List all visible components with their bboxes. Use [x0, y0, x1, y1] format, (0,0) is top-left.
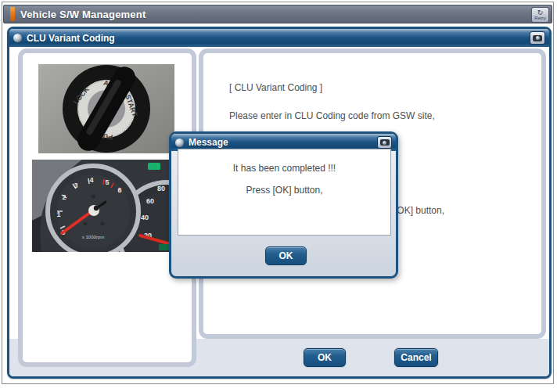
camera-icon: [533, 35, 542, 41]
instruction-obscured-fragment: [OK] button,: [394, 205, 444, 216]
ignition-key-photo: LOCK ACC START PUSH: [38, 64, 174, 153]
tach-2: 2: [62, 193, 66, 201]
clu-variant-coding-window: CLU Variant Coding OK Cancel: [7, 27, 552, 379]
screen: Vehicle S/W Management ↻ Retry CLU Varia…: [0, 0, 557, 392]
retry-button[interactable]: ↻ Retry: [531, 7, 549, 23]
tach-unit: x 1000rpm: [82, 235, 104, 239]
message-dialog-title: Message: [189, 137, 372, 148]
app-title-bar: Vehicle S/W Management ↻ Retry: [3, 5, 552, 23]
footer-ok-button[interactable]: OK: [304, 348, 346, 367]
green-indicator: [148, 163, 160, 170]
instrument-cluster-photo: 20 40 60 80 100: [32, 160, 181, 252]
dialog-ok-button[interactable]: OK: [265, 246, 307, 265]
speedo-60: 60: [146, 197, 154, 205]
clu-window-titlebar: CLU Variant Coding: [9, 29, 549, 47]
message-dialog-body: It has been completed !!! Press [OK] but…: [178, 149, 391, 236]
message-dialog: Message It has been completed !!! Press …: [169, 131, 398, 279]
window-sphere-icon: [13, 34, 22, 42]
tach-1: 1: [56, 210, 60, 218]
instruction-heading: [ CLU Variant Coding ]: [229, 82, 322, 93]
message-line-2: Press [OK] button,: [178, 185, 390, 196]
camera-icon: [380, 139, 390, 146]
app-title: Vehicle S/W Management: [20, 9, 146, 20]
dialog-camera-button[interactable]: [377, 136, 392, 149]
retry-arrow-icon: ↻: [537, 9, 544, 16]
tach-3: 3: [74, 182, 77, 189]
tach-5: 5: [105, 178, 109, 186]
outer-frame: Vehicle S/W Management ↻ Retry CLU Varia…: [2, 2, 554, 384]
tach-6: 6: [117, 186, 121, 194]
instruction-line: Please enter in CLU Coding code from GSW…: [229, 110, 435, 121]
message-line-1: It has been completed !!!: [178, 163, 390, 174]
footer-cancel-button[interactable]: Cancel: [394, 348, 438, 367]
retry-label: Retry: [534, 16, 545, 21]
tach-4: 4: [89, 176, 93, 184]
dialog-sphere-icon: [175, 138, 184, 147]
speedo-40: 40: [141, 214, 149, 221]
orange-accent-bar: [10, 7, 15, 21]
clu-window-title: CLU Variant Coding: [27, 33, 525, 44]
screenshot-camera-button[interactable]: [530, 31, 545, 45]
speedo-80: 80: [157, 185, 165, 192]
